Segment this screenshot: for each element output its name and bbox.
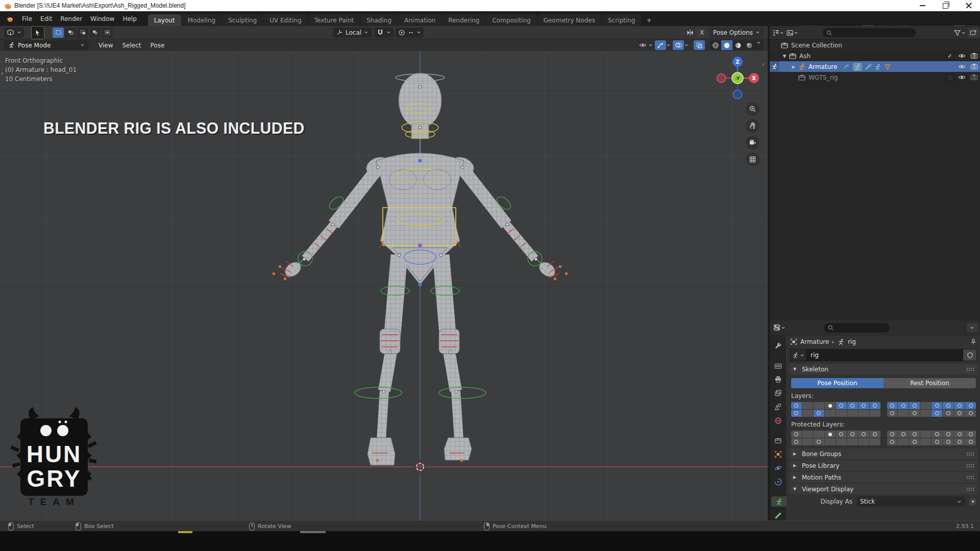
restore-button[interactable] — [934, 0, 957, 11]
outliner-display-mode-dropdown[interactable] — [772, 29, 784, 37]
bone-layer-cell[interactable] — [954, 410, 965, 417]
bone-layer-cell[interactable] — [825, 410, 836, 417]
tab-compositing[interactable]: Compositing — [486, 14, 536, 26]
bone-layer-cell[interactable] — [814, 431, 825, 438]
menu-render[interactable]: Render — [56, 14, 86, 24]
panel-grip[interactable] — [966, 452, 974, 456]
panel-grip[interactable] — [966, 367, 974, 371]
bone-layer-cell[interactable] — [870, 438, 880, 445]
menu-edit[interactable]: Edit — [36, 14, 56, 24]
render-visibility-icon[interactable] — [970, 52, 978, 60]
tab-layout[interactable]: Layout — [148, 14, 181, 26]
minimize-button[interactable] — [911, 0, 934, 11]
outliner-search-input[interactable] — [823, 28, 916, 37]
panel-grip[interactable] — [966, 475, 974, 480]
viewport-3d[interactable]: Front Orthographic (0) Armature : head_0… — [0, 51, 768, 520]
select-mode-invert-button[interactable] — [89, 28, 101, 38]
select-mode-subtract-button[interactable] — [77, 28, 88, 38]
menu-window[interactable]: Window — [86, 14, 118, 24]
bone-layer-cell[interactable] — [859, 438, 870, 445]
bone-layer-cell[interactable] — [836, 410, 847, 417]
active-tool-button[interactable] — [31, 26, 44, 39]
properties-tab-collection[interactable] — [771, 436, 785, 446]
shading-solid-button[interactable] — [721, 40, 732, 50]
bone-layer-cell[interactable] — [887, 402, 898, 409]
shading-wireframe-button[interactable] — [710, 40, 721, 50]
bone-layer-cell[interactable] — [909, 402, 920, 409]
properties-tab-world[interactable] — [771, 416, 785, 426]
tab-animation[interactable]: Animation — [398, 14, 442, 26]
id-type-dropdown[interactable] — [790, 349, 806, 361]
tab-shading[interactable]: Shading — [360, 14, 398, 26]
chevron-down-icon[interactable] — [684, 43, 689, 47]
fake-user-button[interactable] — [963, 349, 977, 361]
tab-uv-editing[interactable]: UV Editing — [263, 14, 308, 26]
bone-layer-cell[interactable] — [847, 410, 859, 417]
bone-layer-cell[interactable] — [932, 402, 943, 409]
bone-layer-cell[interactable] — [802, 438, 814, 445]
bone-layer-cell[interactable] — [814, 438, 825, 445]
camera-view-button[interactable] — [746, 136, 760, 149]
properties-tab-bone[interactable] — [771, 510, 785, 520]
bone-layer-cell[interactable] — [791, 438, 802, 445]
shading-material-button[interactable] — [732, 40, 744, 50]
properties-tab-constraints[interactable] — [771, 477, 785, 487]
bone-layer-cell[interactable] — [965, 402, 976, 409]
snapping-dropdown[interactable] — [374, 28, 394, 38]
tab-geometry-nodes[interactable]: Geometry Nodes — [537, 14, 601, 26]
outliner-row-ash[interactable]: ▼ Ash ✓ — [770, 51, 980, 61]
bone-layer-cell[interactable] — [847, 438, 859, 445]
bone-layer-cell[interactable] — [965, 431, 976, 438]
animate-property-button[interactable] — [969, 498, 976, 505]
collection-checkbox[interactable]: ✓ — [946, 53, 953, 60]
proportional-editing-dropdown[interactable] — [396, 28, 424, 38]
bone-layer-cell[interactable] — [954, 438, 965, 445]
transform-orientation-dropdown[interactable]: Local — [333, 28, 372, 38]
properties-tab-scene[interactable] — [771, 402, 785, 412]
xray-toggle[interactable] — [694, 40, 705, 50]
bone-layer-cell[interactable] — [932, 438, 943, 445]
bone-layer-cell[interactable] — [898, 438, 909, 445]
rest-position-button[interactable]: Rest Position — [884, 378, 976, 388]
pose-options-dropdown[interactable]: Pose Options — [709, 28, 764, 38]
bone-layer-cell[interactable] — [802, 402, 814, 409]
pan-button[interactable] — [746, 119, 760, 133]
bone-layer-cell[interactable] — [920, 431, 932, 438]
bone-layer-cell[interactable] — [943, 402, 954, 409]
properties-tab-object-data[interactable] — [771, 496, 787, 507]
bone-layer-cell[interactable] — [825, 402, 836, 409]
gizmo-neg-x-axis[interactable] — [717, 74, 726, 83]
close-button[interactable] — [957, 0, 980, 11]
render-visibility-icon[interactable] — [970, 63, 978, 70]
bone-layer-cell[interactable] — [898, 410, 909, 417]
bone-layer-cell[interactable] — [909, 431, 920, 438]
collection-checkbox[interactable] — [946, 74, 953, 81]
outliner-filter-dropdown[interactable] — [953, 29, 966, 37]
chevron-down-icon[interactable] — [756, 40, 761, 45]
bone-layer-cell[interactable] — [965, 410, 976, 417]
data-name-field[interactable]: rig — [806, 349, 963, 361]
bone-layer-cell[interactable] — [887, 431, 898, 438]
viewport-menu-pose[interactable]: Pose — [146, 41, 169, 50]
bone-layer-cell[interactable] — [825, 438, 836, 445]
pin-icon[interactable] — [970, 338, 977, 345]
bone-layer-cell[interactable] — [847, 431, 859, 438]
select-mode-new-button[interactable] — [53, 28, 64, 38]
bone-layer-cell[interactable] — [932, 431, 943, 438]
viewport-display-panel-header[interactable]: ▼ Viewport Display — [789, 484, 978, 494]
hide-eye-icon[interactable] — [958, 52, 966, 60]
bone-layer-cell[interactable] — [954, 431, 965, 438]
bone-layer-cell[interactable] — [887, 410, 898, 417]
bone-layer-cell[interactable] — [859, 402, 870, 409]
bone-layer-cell[interactable] — [870, 410, 880, 417]
outliner-filter-id-dropdown[interactable] — [786, 29, 798, 37]
toolbar-expand-arrow[interactable]: › — [1, 69, 4, 77]
bone-layer-cell[interactable] — [887, 438, 898, 445]
hide-eye-icon[interactable] — [958, 73, 966, 81]
bone-layer-cell[interactable] — [847, 402, 859, 409]
bone-layer-cell[interactable] — [802, 431, 814, 438]
hide-eye-icon[interactable] — [958, 63, 966, 70]
select-mode-extend-button[interactable] — [65, 28, 76, 38]
panel-header-motion-paths[interactable]: ▶Motion Paths — [789, 472, 978, 483]
tab-modeling[interactable]: Modeling — [182, 14, 222, 26]
